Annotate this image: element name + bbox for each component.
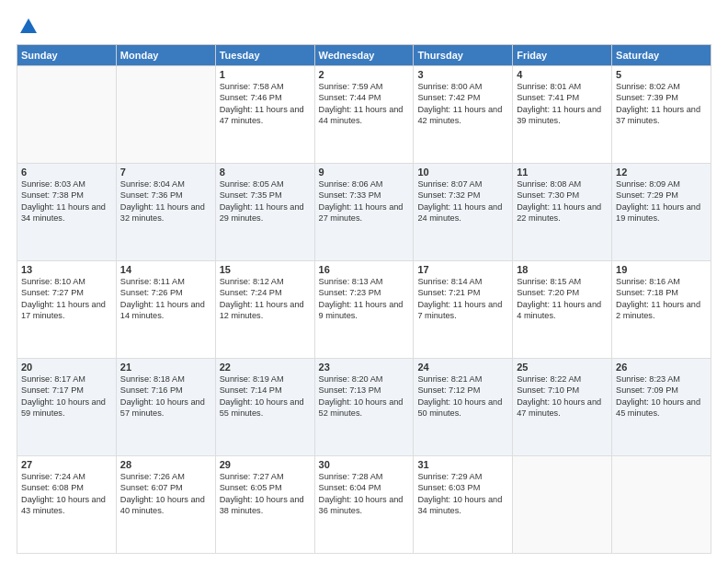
cell-info: Sunrise: 7:26 AM Sunset: 6:07 PM Dayligh… bbox=[120, 471, 211, 517]
cell-info: Sunrise: 8:16 AM Sunset: 7:18 PM Dayligh… bbox=[616, 276, 707, 322]
day-number: 1 bbox=[220, 69, 311, 80]
cell-inner: 10Sunrise: 8:07 AM Sunset: 7:32 PM Dayli… bbox=[417, 167, 508, 258]
calendar-week-row: 20Sunrise: 8:17 AM Sunset: 7:17 PM Dayli… bbox=[17, 359, 711, 456]
cell-info: Sunrise: 7:59 AM Sunset: 7:44 PM Dayligh… bbox=[319, 81, 410, 127]
cell-info: Sunrise: 7:58 AM Sunset: 7:46 PM Dayligh… bbox=[220, 81, 311, 127]
day-number: 16 bbox=[319, 264, 410, 275]
calendar-cell bbox=[612, 456, 711, 554]
calendar-table: SundayMondayTuesdayWednesdayThursdayFrid… bbox=[17, 44, 711, 554]
calendar-cell: 24Sunrise: 8:21 AM Sunset: 7:12 PM Dayli… bbox=[414, 359, 513, 456]
calendar-cell: 19Sunrise: 8:16 AM Sunset: 7:18 PM Dayli… bbox=[612, 261, 711, 359]
calendar-cell: 1Sunrise: 7:58 AM Sunset: 7:46 PM Daylig… bbox=[215, 66, 314, 164]
weekday-header: Saturday bbox=[612, 45, 711, 66]
day-number: 7 bbox=[120, 167, 211, 178]
day-number: 27 bbox=[21, 459, 112, 470]
cell-inner: 6Sunrise: 8:03 AM Sunset: 7:38 PM Daylig… bbox=[21, 167, 112, 258]
day-number: 18 bbox=[517, 264, 608, 275]
weekday-header: Friday bbox=[513, 45, 612, 66]
cell-inner: 19Sunrise: 8:16 AM Sunset: 7:18 PM Dayli… bbox=[616, 264, 707, 355]
cell-info: Sunrise: 8:05 AM Sunset: 7:35 PM Dayligh… bbox=[220, 178, 311, 224]
weekday-header: Thursday bbox=[414, 45, 513, 66]
day-number: 25 bbox=[517, 362, 608, 373]
day-number: 13 bbox=[21, 264, 112, 275]
calendar-week-row: 27Sunrise: 7:24 AM Sunset: 6:08 PM Dayli… bbox=[17, 456, 711, 554]
cell-inner: 21Sunrise: 8:18 AM Sunset: 7:16 PM Dayli… bbox=[120, 362, 211, 453]
calendar-cell: 4Sunrise: 8:01 AM Sunset: 7:41 PM Daylig… bbox=[513, 66, 612, 164]
cell-inner: 26Sunrise: 8:23 AM Sunset: 7:09 PM Dayli… bbox=[616, 362, 707, 453]
cell-inner: 12Sunrise: 8:09 AM Sunset: 7:29 PM Dayli… bbox=[616, 167, 707, 258]
header bbox=[17, 17, 711, 37]
calendar-cell: 12Sunrise: 8:09 AM Sunset: 7:29 PM Dayli… bbox=[612, 164, 711, 261]
calendar-cell: 21Sunrise: 8:18 AM Sunset: 7:16 PM Dayli… bbox=[116, 359, 215, 456]
logo-icon bbox=[18, 17, 39, 37]
cell-inner: 24Sunrise: 8:21 AM Sunset: 7:12 PM Dayli… bbox=[417, 362, 508, 453]
day-number: 5 bbox=[616, 69, 707, 80]
calendar-cell bbox=[116, 66, 215, 164]
day-number: 21 bbox=[120, 362, 211, 373]
calendar-cell: 13Sunrise: 8:10 AM Sunset: 7:27 PM Dayli… bbox=[17, 261, 117, 359]
cell-info: Sunrise: 8:15 AM Sunset: 7:20 PM Dayligh… bbox=[517, 276, 608, 322]
cell-info: Sunrise: 8:21 AM Sunset: 7:12 PM Dayligh… bbox=[417, 373, 508, 419]
day-number: 30 bbox=[319, 459, 410, 470]
cell-info: Sunrise: 8:13 AM Sunset: 7:23 PM Dayligh… bbox=[319, 276, 410, 322]
cell-info: Sunrise: 8:03 AM Sunset: 7:38 PM Dayligh… bbox=[21, 178, 112, 224]
cell-info: Sunrise: 8:04 AM Sunset: 7:36 PM Dayligh… bbox=[120, 178, 211, 224]
calendar-cell: 22Sunrise: 8:19 AM Sunset: 7:14 PM Dayli… bbox=[215, 359, 314, 456]
calendar-cell: 10Sunrise: 8:07 AM Sunset: 7:32 PM Dayli… bbox=[414, 164, 513, 261]
cell-inner: 11Sunrise: 8:08 AM Sunset: 7:30 PM Dayli… bbox=[517, 167, 608, 258]
weekday-header: Wednesday bbox=[314, 45, 414, 66]
cell-info: Sunrise: 7:28 AM Sunset: 6:04 PM Dayligh… bbox=[319, 471, 410, 517]
cell-inner: 8Sunrise: 8:05 AM Sunset: 7:35 PM Daylig… bbox=[220, 167, 311, 258]
weekday-header: Sunday bbox=[17, 45, 117, 66]
cell-info: Sunrise: 8:09 AM Sunset: 7:29 PM Dayligh… bbox=[616, 178, 707, 224]
day-number: 10 bbox=[417, 167, 508, 178]
cell-inner: 22Sunrise: 8:19 AM Sunset: 7:14 PM Dayli… bbox=[220, 362, 311, 453]
cell-info: Sunrise: 8:00 AM Sunset: 7:42 PM Dayligh… bbox=[417, 81, 508, 127]
cell-inner: 13Sunrise: 8:10 AM Sunset: 7:27 PM Dayli… bbox=[21, 264, 112, 355]
calendar-cell: 11Sunrise: 8:08 AM Sunset: 7:30 PM Dayli… bbox=[513, 164, 612, 261]
svg-marker-0 bbox=[20, 18, 37, 33]
day-number: 9 bbox=[319, 167, 410, 178]
day-number: 14 bbox=[120, 264, 211, 275]
cell-info: Sunrise: 8:01 AM Sunset: 7:41 PM Dayligh… bbox=[517, 81, 608, 127]
cell-inner: 29Sunrise: 7:27 AM Sunset: 6:05 PM Dayli… bbox=[220, 459, 311, 550]
cell-inner: 31Sunrise: 7:29 AM Sunset: 6:03 PM Dayli… bbox=[417, 459, 508, 550]
calendar-cell bbox=[17, 66, 117, 164]
day-number: 28 bbox=[120, 459, 211, 470]
cell-inner: 14Sunrise: 8:11 AM Sunset: 7:26 PM Dayli… bbox=[120, 264, 211, 355]
cell-inner: 30Sunrise: 7:28 AM Sunset: 6:04 PM Dayli… bbox=[319, 459, 410, 550]
day-number: 20 bbox=[21, 362, 112, 373]
cell-inner: 3Sunrise: 8:00 AM Sunset: 7:42 PM Daylig… bbox=[417, 69, 508, 160]
calendar-cell: 8Sunrise: 8:05 AM Sunset: 7:35 PM Daylig… bbox=[215, 164, 314, 261]
cell-inner: 15Sunrise: 8:12 AM Sunset: 7:24 PM Dayli… bbox=[220, 264, 311, 355]
cell-info: Sunrise: 8:19 AM Sunset: 7:14 PM Dayligh… bbox=[220, 373, 311, 419]
calendar-cell: 5Sunrise: 8:02 AM Sunset: 7:39 PM Daylig… bbox=[612, 66, 711, 164]
cell-info: Sunrise: 8:20 AM Sunset: 7:13 PM Dayligh… bbox=[319, 373, 410, 419]
day-number: 26 bbox=[616, 362, 707, 373]
cell-inner: 20Sunrise: 8:17 AM Sunset: 7:17 PM Dayli… bbox=[21, 362, 112, 453]
cell-inner: 9Sunrise: 8:06 AM Sunset: 7:33 PM Daylig… bbox=[319, 167, 410, 258]
calendar-week-row: 1Sunrise: 7:58 AM Sunset: 7:46 PM Daylig… bbox=[17, 66, 711, 164]
calendar-cell: 28Sunrise: 7:26 AM Sunset: 6:07 PM Dayli… bbox=[116, 456, 215, 554]
cell-inner: 16Sunrise: 8:13 AM Sunset: 7:23 PM Dayli… bbox=[319, 264, 410, 355]
cell-inner: 4Sunrise: 8:01 AM Sunset: 7:41 PM Daylig… bbox=[517, 69, 608, 160]
cell-info: Sunrise: 7:24 AM Sunset: 6:08 PM Dayligh… bbox=[21, 471, 112, 517]
calendar-cell: 25Sunrise: 8:22 AM Sunset: 7:10 PM Dayli… bbox=[513, 359, 612, 456]
calendar-cell: 18Sunrise: 8:15 AM Sunset: 7:20 PM Dayli… bbox=[513, 261, 612, 359]
cell-inner: 5Sunrise: 8:02 AM Sunset: 7:39 PM Daylig… bbox=[616, 69, 707, 160]
day-number: 19 bbox=[616, 264, 707, 275]
cell-info: Sunrise: 8:22 AM Sunset: 7:10 PM Dayligh… bbox=[517, 373, 608, 419]
cell-info: Sunrise: 8:06 AM Sunset: 7:33 PM Dayligh… bbox=[319, 178, 410, 224]
cell-info: Sunrise: 8:12 AM Sunset: 7:24 PM Dayligh… bbox=[220, 276, 311, 322]
cell-info: Sunrise: 8:10 AM Sunset: 7:27 PM Dayligh… bbox=[21, 276, 112, 322]
calendar-week-row: 13Sunrise: 8:10 AM Sunset: 7:27 PM Dayli… bbox=[17, 261, 711, 359]
calendar-week-row: 6Sunrise: 8:03 AM Sunset: 7:38 PM Daylig… bbox=[17, 164, 711, 261]
cell-info: Sunrise: 8:14 AM Sunset: 7:21 PM Dayligh… bbox=[417, 276, 508, 322]
cell-info: Sunrise: 8:11 AM Sunset: 7:26 PM Dayligh… bbox=[120, 276, 211, 322]
calendar-cell bbox=[513, 456, 612, 554]
cell-inner: 25Sunrise: 8:22 AM Sunset: 7:10 PM Dayli… bbox=[517, 362, 608, 453]
logo bbox=[17, 17, 39, 37]
calendar-cell: 16Sunrise: 8:13 AM Sunset: 7:23 PM Dayli… bbox=[314, 261, 414, 359]
day-number: 2 bbox=[319, 69, 410, 80]
calendar-cell: 14Sunrise: 8:11 AM Sunset: 7:26 PM Dayli… bbox=[116, 261, 215, 359]
